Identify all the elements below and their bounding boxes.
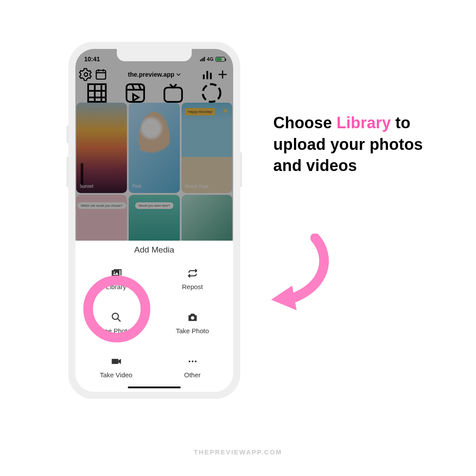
svg-point-15 [191,360,193,362]
signal-icon [200,57,205,61]
status-right: 4G [200,56,225,62]
take-photo-option[interactable]: Take Photo [154,305,231,340]
svg-point-14 [188,360,190,362]
content-tabs [75,85,233,103]
library-label: Library [106,283,126,290]
svg-point-0 [84,73,88,76]
take-video-label: Take Video [100,371,133,379]
svg-point-8 [203,84,220,102]
status-network: 4G [207,56,214,62]
svg-rect-5 [88,84,106,102]
phone-notch [117,49,192,61]
free-photos-option[interactable]: Free Photos [78,305,154,340]
igtv-tab-icon[interactable] [160,87,186,99]
library-icon [110,267,123,279]
search-icon [110,311,123,324]
take-photo-label: Take Photo [176,327,209,335]
home-indicator [128,387,181,388]
gallery-card[interactable]: Pool [129,103,179,193]
video-icon [110,355,123,368]
gallery-card[interactable]: Would you swim here? [129,195,179,245]
svg-point-16 [194,360,196,362]
status-time: 10:41 [84,56,100,63]
repost-label: Repost [182,283,203,290]
svg-rect-7 [164,88,182,102]
more-icon [186,355,199,368]
camera-icon [186,311,199,324]
account-name: the.preview.app [128,71,174,78]
arrow-annotation [258,234,337,322]
sheet-title: Add Media [75,241,233,257]
reels-tab-icon[interactable] [122,87,149,99]
annotation-pre: Choose [273,114,336,132]
svg-point-12 [191,316,194,319]
phone-screen: 10:41 4G the.preview. [75,49,233,392]
battery-icon [216,57,225,62]
gallery-card[interactable]: Sunset [76,103,127,193]
svg-rect-3 [206,71,208,79]
account-switcher[interactable]: the.preview.app [128,71,180,78]
take-video-option[interactable]: Take Video [78,349,154,384]
footer-watermark: THEPREVIEWAPP.COM [0,448,476,456]
gallery-card[interactable]: Which one would you choose? [76,195,127,245]
gallery-card[interactable] [182,195,232,245]
gallery-card[interactable]: Happy Monday!Beach Yoga [182,103,232,193]
svg-rect-4 [210,73,212,79]
add-media-sheet: Add Media Library Repost Free Photos [75,241,233,392]
repost-option[interactable]: Repost [154,261,231,296]
svg-rect-13 [112,359,118,364]
annotation-highlight: Library [336,114,390,132]
svg-point-10 [113,271,115,273]
library-option[interactable]: Library [78,261,154,296]
phone-frame: 10:41 4G the.preview. [68,42,240,399]
repost-icon [186,267,199,279]
story-tab-icon[interactable] [198,87,225,99]
svg-point-11 [112,313,118,319]
svg-rect-2 [203,74,205,79]
grid-tab-icon[interactable] [84,87,110,99]
svg-rect-9 [112,270,119,276]
svg-rect-1 [96,71,105,79]
other-label: Other [184,371,201,379]
story-gallery: Sunset Pool Happy Monday!Beach Yoga Whic… [75,103,233,245]
chevron-down-icon [176,72,181,77]
free-photos-label: Free Photos [98,327,134,335]
other-option[interactable]: Other [154,349,231,384]
annotation-text: Choose Library to upload your photos and… [273,112,450,177]
